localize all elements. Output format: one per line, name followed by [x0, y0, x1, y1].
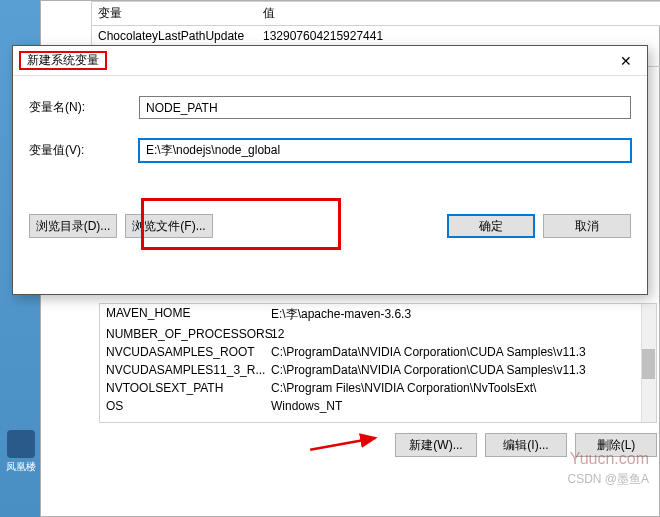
variable-value-input[interactable] — [139, 139, 631, 162]
header-variable: 变量 — [98, 5, 263, 22]
row-name: NVCUDASAMPLES11_3_R... — [106, 363, 271, 377]
user-vars-table-header: 变量 值 — [92, 2, 660, 26]
close-icon: ✕ — [620, 53, 632, 69]
row-value: 12 — [271, 327, 284, 341]
edit-button[interactable]: 编辑(I)... — [485, 433, 567, 457]
row-value: C:\ProgramData\NVIDIA Corporation\CUDA S… — [271, 345, 586, 359]
table-row[interactable]: MAVEN_HOME E:\李\apache-maven-3.6.3 — [100, 304, 656, 325]
dialog-buttons: 浏览目录(D)... 浏览文件(F)... 确定 取消 — [13, 214, 647, 238]
row-value: C:\ProgramData\NVIDIA Corporation\CUDA S… — [271, 363, 586, 377]
cancel-button[interactable]: 取消 — [543, 214, 631, 238]
browse-file-button[interactable]: 浏览文件(F)... — [125, 214, 213, 238]
table-row[interactable]: ChocolateyLastPathUpdate 132907604215927… — [92, 26, 660, 46]
annotation-title-highlight: 新建系统变量 — [19, 51, 107, 70]
row-value: E:\李\apache-maven-3.6.3 — [271, 306, 411, 323]
row-name: MAVEN_HOME — [106, 306, 271, 323]
row-name: ChocolateyLastPathUpdate — [98, 29, 263, 43]
table-row[interactable]: NVTOOLSEXT_PATH C:\Program Files\NVIDIA … — [100, 379, 656, 397]
scrollbar[interactable] — [641, 304, 656, 422]
desktop-shortcut-icon — [7, 430, 35, 458]
variable-name-label: 变量名(N): — [29, 99, 139, 116]
row-name: NUMBER_OF_PROCESSORS — [106, 327, 271, 341]
variable-value-label: 变量值(V): — [29, 142, 139, 159]
table-row[interactable]: NUMBER_OF_PROCESSORS 12 — [100, 325, 656, 343]
ok-button[interactable]: 确定 — [447, 214, 535, 238]
variable-name-row: 变量名(N): — [29, 96, 631, 119]
row-value: 132907604215927441 — [263, 29, 383, 43]
variable-name-input[interactable] — [139, 96, 631, 119]
dialog-titlebar[interactable]: 新建系统变量 ✕ — [13, 46, 647, 76]
watermark-text: Yuucn.com — [570, 450, 649, 468]
system-vars-table: MAVEN_HOME E:\李\apache-maven-3.6.3 NUMBE… — [99, 303, 657, 423]
row-value: C:\Program Files\NVIDIA Corporation\NvTo… — [271, 381, 536, 395]
table-row[interactable]: NVCUDASAMPLES11_3_R... C:\ProgramData\NV… — [100, 361, 656, 379]
header-value: 值 — [263, 5, 275, 22]
desktop-shortcut[interactable]: 凤凰楼 — [4, 430, 38, 474]
row-name: NVTOOLSEXT_PATH — [106, 381, 271, 395]
scrollbar-thumb[interactable] — [642, 349, 655, 379]
desktop-shortcut-label: 凤凰楼 — [4, 460, 38, 474]
row-value: Windows_NT — [271, 399, 342, 413]
dialog-body: 变量名(N): 变量值(V): — [13, 76, 647, 178]
button-spacer — [221, 214, 439, 238]
new-button[interactable]: 新建(W)... — [395, 433, 477, 457]
table-row[interactable]: OS Windows_NT — [100, 397, 656, 415]
table-row[interactable]: NVCUDASAMPLES_ROOT C:\ProgramData\NVIDIA… — [100, 343, 656, 361]
row-name: OS — [106, 399, 271, 413]
dialog-title: 新建系统变量 — [24, 51, 102, 70]
close-button[interactable]: ✕ — [605, 46, 647, 75]
csdn-credit: CSDN @墨鱼A — [567, 471, 649, 488]
row-name: NVCUDASAMPLES_ROOT — [106, 345, 271, 359]
variable-value-row: 变量值(V): — [29, 139, 631, 162]
new-system-variable-dialog: 新建系统变量 ✕ 变量名(N): 变量值(V): 浏览目录(D)... 浏览文件… — [12, 45, 648, 295]
browse-directory-button[interactable]: 浏览目录(D)... — [29, 214, 117, 238]
